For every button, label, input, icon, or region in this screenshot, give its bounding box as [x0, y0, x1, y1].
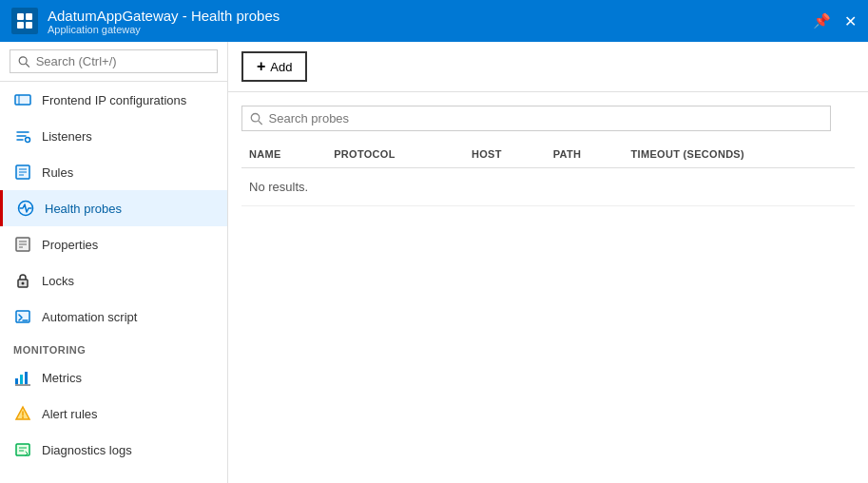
toolbar: + Add	[228, 42, 868, 92]
sidebar-item-properties[interactable]: Properties	[0, 226, 227, 262]
search-box	[0, 42, 227, 82]
sidebar-nav: Frontend IP configurations Listeners	[0, 82, 227, 483]
monitoring-section-header: MONITORING	[0, 335, 227, 359]
plus-icon: +	[257, 58, 265, 75]
title-text: AdatumAppGateway - Health probes Applica…	[48, 8, 280, 35]
pin-button[interactable]: 📌	[813, 12, 831, 29]
locks-icon	[13, 271, 32, 290]
window-title: AdatumAppGateway - Health probes	[48, 8, 280, 24]
main-layout: Frontend IP configurations Listeners	[0, 42, 868, 483]
search-icon	[18, 55, 30, 68]
sidebar: Frontend IP configurations Listeners	[0, 42, 228, 483]
svg-line-31	[259, 121, 262, 125]
svg-point-8	[26, 138, 30, 143]
sidebar-item-alert-rules[interactable]: Alert rules	[0, 396, 227, 432]
svg-point-30	[251, 113, 259, 121]
sidebar-item-rules[interactable]: Rules	[0, 154, 227, 190]
app-icon	[11, 8, 38, 34]
probes-table: NAME PROTOCOL HOST PATH TIMEOUT (SECONDS…	[241, 141, 855, 206]
svg-rect-6	[15, 95, 30, 105]
sidebar-item-label: Locks	[42, 274, 74, 288]
title-bar-left: AdatumAppGateway - Health probes Applica…	[11, 8, 280, 35]
add-label: Add	[270, 60, 292, 74]
svg-rect-0	[17, 13, 24, 20]
svg-rect-1	[26, 13, 32, 20]
probes-search-wrap	[241, 106, 831, 131]
sidebar-item-label: Rules	[42, 165, 73, 180]
svg-line-5	[26, 63, 29, 67]
svg-rect-23	[25, 372, 28, 384]
title-bar-controls: 📌 ✕	[813, 12, 857, 30]
title-bar: AdatumAppGateway - Health probes Applica…	[0, 0, 868, 42]
sidebar-item-label: Alert rules	[42, 407, 98, 421]
sidebar-item-label: Health probes	[45, 202, 122, 216]
window-subtitle: Application gateway	[48, 24, 280, 35]
sidebar-item-health-probes[interactable]: Health probes	[0, 190, 227, 226]
alert-rules-icon	[13, 404, 32, 423]
health-probes-icon	[16, 199, 35, 218]
svg-point-19	[22, 282, 25, 285]
frontend-ip-icon	[13, 90, 32, 109]
empty-message: No results.	[241, 168, 855, 206]
sidebar-item-label: Listeners	[42, 129, 92, 144]
add-button[interactable]: + Add	[241, 51, 307, 82]
probes-search-icon	[250, 112, 263, 126]
sidebar-item-label: Automation script	[42, 310, 137, 324]
svg-rect-22	[20, 375, 23, 384]
svg-rect-2	[17, 22, 24, 29]
sidebar-item-label: Diagnostics logs	[42, 443, 132, 457]
sidebar-item-label: Metrics	[42, 371, 82, 385]
svg-point-26	[22, 416, 24, 418]
rules-icon	[13, 163, 32, 182]
col-protocol: PROTOCOL	[326, 141, 464, 168]
properties-icon	[13, 235, 32, 254]
col-name: NAME	[241, 141, 326, 168]
metrics-icon	[13, 368, 32, 387]
sidebar-item-listeners[interactable]: Listeners	[0, 118, 227, 154]
diagnostics-icon	[13, 440, 32, 459]
svg-point-4	[19, 56, 27, 64]
sidebar-item-automation[interactable]: Automation script	[0, 299, 227, 335]
main-content: + Add NAME PROTOCOL HOST	[228, 42, 868, 483]
probes-search-input[interactable]	[269, 111, 822, 126]
search-input[interactable]	[36, 54, 209, 68]
sidebar-item-metrics[interactable]: Metrics	[0, 359, 227, 396]
table-row-empty: No results.	[241, 168, 855, 206]
automation-icon	[13, 307, 32, 326]
probes-content: NAME PROTOCOL HOST PATH TIMEOUT (SECONDS…	[228, 92, 868, 220]
search-input-wrap	[10, 49, 218, 73]
sidebar-item-diagnostics[interactable]: Diagnostics logs	[0, 432, 227, 468]
sidebar-item-label: Properties	[42, 238, 98, 252]
sidebar-item-frontend-ip[interactable]: Frontend IP configurations	[0, 82, 227, 118]
col-path: PATH	[546, 141, 624, 168]
col-timeout: TIMEOUT (SECONDS)	[624, 141, 855, 168]
sidebar-item-label: Frontend IP configurations	[42, 93, 186, 107]
svg-rect-21	[15, 378, 18, 384]
listeners-icon	[13, 126, 32, 145]
col-host: HOST	[464, 141, 546, 168]
close-button[interactable]: ✕	[844, 12, 857, 30]
table-header-row: NAME PROTOCOL HOST PATH TIMEOUT (SECONDS…	[241, 141, 855, 168]
svg-rect-3	[26, 22, 32, 29]
sidebar-item-locks[interactable]: Locks	[0, 262, 227, 299]
